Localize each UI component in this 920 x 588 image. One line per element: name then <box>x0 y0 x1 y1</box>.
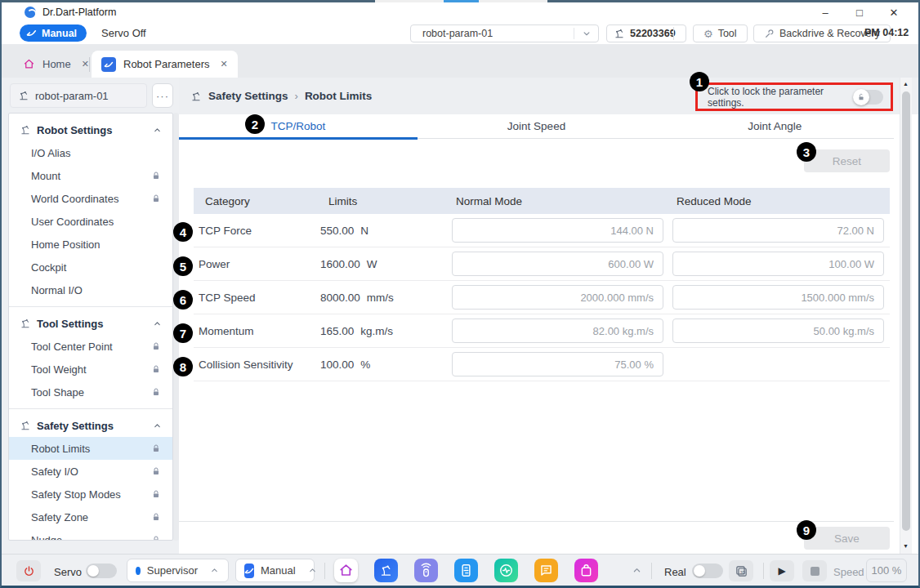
sidebar-item-safety-io[interactable]: Safety I/O <box>9 460 172 483</box>
dock-home-icon[interactable] <box>334 559 358 582</box>
parameter-lock-toggle[interactable] <box>854 90 883 105</box>
sidebar-item-robot-limits[interactable]: Robot Limits <box>9 437 172 460</box>
play-icon: ▶ <box>778 565 785 577</box>
sidebar-section-robot-settings[interactable]: Robot Settings <box>9 118 172 141</box>
annotation-badge-2: 2 <box>245 114 265 134</box>
dock-store-icon[interactable] <box>574 559 598 582</box>
lock-icon <box>151 387 161 397</box>
power-button[interactable] <box>16 560 41 581</box>
maximize-button[interactable]: □ <box>853 7 866 19</box>
table-row-power: Power 1600.00W <box>194 247 890 281</box>
scroll-up-icon[interactable]: ▲ <box>903 81 909 87</box>
scrollbar-thumb[interactable] <box>902 91 910 531</box>
speed-value-box[interactable]: 100 % <box>866 559 907 582</box>
lock-icon <box>151 489 161 499</box>
annotation-badge-7: 7 <box>173 323 193 343</box>
sidebar-item-safety-stop-modes[interactable]: Safety Stop Modes <box>9 483 172 506</box>
gear-icon: ⚙ <box>703 29 713 39</box>
manual-mode-button[interactable]: Manual <box>20 24 87 42</box>
sidebar-item-io-alias[interactable]: I/O Alias <box>9 141 172 164</box>
close-tab-icon[interactable]: ✕ <box>221 59 228 69</box>
chevron-up-icon <box>152 318 163 329</box>
dock-robot-parameters-icon[interactable] <box>374 559 398 582</box>
reduced-mode-input[interactable] <box>672 318 884 343</box>
tab-robot-parameters[interactable]: Robot Parameters ✕ <box>92 51 238 78</box>
dock-collapse-icon[interactable] <box>631 564 643 577</box>
normal-mode-input[interactable] <box>452 318 663 343</box>
normal-mode-input[interactable] <box>452 218 663 243</box>
sidebar-param-title[interactable]: robot-param-01 <box>10 83 147 108</box>
dock-monitor-icon[interactable] <box>494 559 518 582</box>
sidebar-item-tool-center-point[interactable]: Tool Center Point <box>9 335 172 358</box>
sidebar-more-button[interactable]: ··· <box>152 83 173 108</box>
chevron-down-icon <box>574 28 598 39</box>
servo-toggle[interactable] <box>86 564 117 578</box>
robot-icon <box>20 420 31 431</box>
title-bar: Dr.Dart-Platform – □ ✕ <box>2 2 918 22</box>
robot-lock-icon <box>614 28 625 39</box>
user-role-select[interactable]: Supervisor <box>127 559 229 582</box>
table-row-tcp-force: TCP Force 550.00N <box>194 214 890 247</box>
breadcrumb-parent[interactable]: Safety Settings <box>208 90 288 102</box>
sidebar-item-safety-zone[interactable]: Safety Zone <box>9 506 172 528</box>
real-toggle[interactable] <box>692 564 723 578</box>
stop-button[interactable] <box>802 560 827 581</box>
scroll-down-icon[interactable]: ▼ <box>903 543 909 549</box>
main-scrollbar[interactable]: ▲ ▼ <box>900 78 912 554</box>
sidebar-item-tool-shape[interactable]: Tool Shape <box>9 381 172 403</box>
sidebar-item-cockpit[interactable]: Cockpit <box>9 256 172 278</box>
tab-joint-speed[interactable]: Joint Speed <box>418 114 656 138</box>
sidebar-item-tool-weight[interactable]: Tool Weight <box>9 358 172 381</box>
column-header-category: Category <box>194 195 320 207</box>
sidebar-item-home-position[interactable]: Home Position <box>9 233 172 256</box>
sidebar-item-mount[interactable]: Mount <box>9 164 172 187</box>
sidebar-item-world-coordinates[interactable]: World Coordinates <box>9 187 172 210</box>
robot-mode-select[interactable]: Manual <box>235 559 315 582</box>
annotation-badge-4: 4 <box>173 222 193 242</box>
robot-parameters-icon <box>101 57 116 72</box>
column-header-reduced-mode: Reduced Mode <box>672 195 884 207</box>
column-header-normal-mode: Normal Mode <box>452 195 663 207</box>
chevron-up-icon <box>209 565 220 576</box>
lock-icon <box>151 443 161 453</box>
lock-icon <box>151 466 161 476</box>
robot-icon <box>20 318 31 329</box>
reduced-mode-input[interactable] <box>672 252 884 276</box>
window-title: Dr.Dart-Platform <box>42 7 116 18</box>
tab-home[interactable]: Home ✕ <box>13 51 99 78</box>
tab-tcp-robot[interactable]: TCP/Robot <box>179 114 418 138</box>
robot-param-select[interactable]: robot-param-01 <box>410 24 599 42</box>
application-window: Dr.Dart-Platform – □ ✕ Manual Servo Off … <box>0 0 920 588</box>
minimize-button[interactable]: – <box>819 7 832 19</box>
real-label: Real <box>664 566 686 578</box>
view-3d-button[interactable] <box>729 560 753 581</box>
reset-button[interactable]: Reset <box>804 149 890 172</box>
column-header-limits: Limits <box>320 195 452 207</box>
normal-mode-input[interactable] <box>452 252 663 276</box>
sidebar-item-nudge[interactable]: Nudge <box>9 528 172 541</box>
dock-log-icon[interactable] <box>534 559 558 582</box>
tool-button[interactable]: ⚙ Tool <box>693 24 748 42</box>
parameter-tabs: TCP/Robot Joint Speed Joint Angle <box>179 114 894 139</box>
reduced-mode-input[interactable] <box>672 285 884 310</box>
save-button[interactable]: Save <box>804 527 890 550</box>
dock-task-editor-icon[interactable] <box>454 559 478 582</box>
sidebar-section-tool-settings[interactable]: Tool Settings <box>9 312 172 335</box>
close-button[interactable]: ✕ <box>887 7 900 19</box>
dock-jog-icon[interactable] <box>414 559 438 582</box>
3d-icon <box>735 564 748 578</box>
play-button[interactable]: ▶ <box>770 560 794 581</box>
annotation-badge-1: 1 <box>690 72 709 91</box>
sidebar-section-safety-settings[interactable]: Safety Settings <box>9 414 172 437</box>
close-tab-icon[interactable]: ✕ <box>82 59 89 69</box>
sidebar-item-normal-io[interactable]: Normal I/O <box>9 278 172 301</box>
lock-icon <box>151 364 161 374</box>
breadcrumb-current: Robot Limits <box>305 90 373 102</box>
tab-joint-angle[interactable]: Joint Angle <box>655 114 894 138</box>
reduced-mode-input[interactable] <box>672 218 884 243</box>
sidebar-item-user-coordinates[interactable]: User Coordinates <box>9 210 172 233</box>
normal-mode-input[interactable] <box>452 352 663 376</box>
table-row-collision-sensitivity: Collision Sensitivity 100.00% <box>194 348 890 381</box>
stop-icon <box>811 567 820 576</box>
normal-mode-input[interactable] <box>452 285 663 310</box>
